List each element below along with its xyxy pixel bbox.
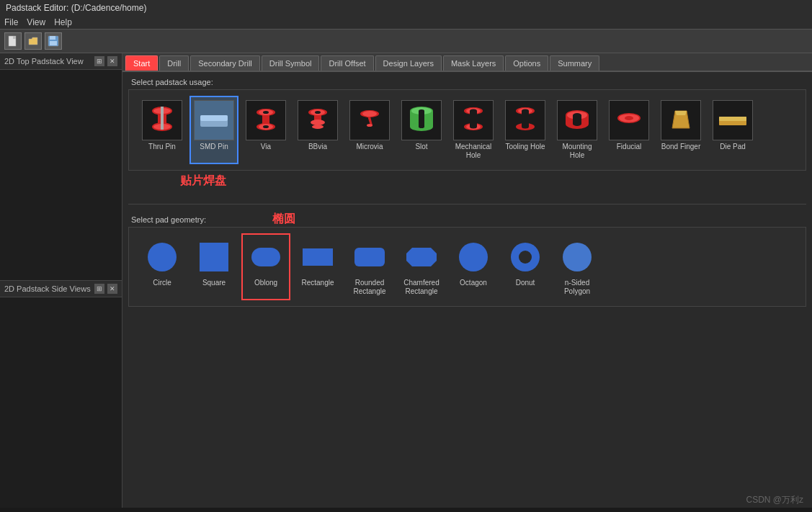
svg-point-19	[263, 125, 269, 128]
svg-point-72	[563, 243, 592, 271]
bbvia-label: BBvia	[308, 143, 327, 151]
tab-drill-offset[interactable]: Drill Offset	[321, 55, 373, 71]
geometry-rectangle[interactable]: Rectangle	[293, 233, 342, 300]
fiducial-label: Fiducial	[617, 143, 641, 151]
svg-rect-65	[251, 248, 280, 266]
svg-marker-68	[406, 248, 437, 266]
main-layout: 2D Top Padstack View ⊞ ✕ 2D Padstack Sid…	[0, 53, 812, 508]
padstack-via[interactable]: Via	[241, 96, 290, 164]
menu-file[interactable]: File	[4, 17, 18, 27]
padstack-die-pad[interactable]: Die Pad	[708, 96, 757, 164]
tab-start[interactable]: Start	[125, 55, 158, 71]
padstack-bond-finger[interactable]: Bond Finger	[656, 96, 705, 164]
tab-options[interactable]: Options	[505, 55, 548, 71]
square-label: Square	[202, 279, 226, 287]
padstack-annotation-container: 贴片焊盘	[180, 171, 812, 199]
tab-design-layers[interactable]: Design Layers	[375, 55, 442, 71]
chamfered-rectangle-label: Chamfered Rectangle	[401, 279, 442, 296]
geometry-grid: Circle Square	[128, 227, 806, 307]
geometry-section: Select pad geometry: 椭圆 Circle	[122, 209, 812, 307]
geometry-rounded-rectangle[interactable]: Rounded Rectangle	[345, 233, 394, 300]
svg-point-25	[315, 111, 321, 114]
smd-pin-label: SMD Pin	[200, 143, 228, 151]
tab-summary[interactable]: Summary	[550, 55, 599, 71]
svg-rect-62	[719, 117, 746, 121]
svg-rect-10	[161, 107, 164, 130]
new-button[interactable]	[4, 32, 22, 50]
padstack-microvia[interactable]: Microvia	[345, 96, 394, 164]
padstack-mechanical-hole[interactable]: Mechanical Hole	[449, 96, 498, 164]
geometry-octagon[interactable]: Octagon	[449, 233, 498, 300]
watermark: CSDN @万利z	[746, 494, 803, 506]
svg-rect-4	[50, 41, 57, 45]
top-view-header: 2D Top Padstack View ⊞ ✕	[0, 53, 122, 70]
side-view-expand-icon[interactable]: ⊞	[94, 284, 104, 294]
right-content: Start Drill Secondary Drill Drill Symbol…	[122, 53, 812, 508]
padstack-fiducial[interactable]: Fiducial	[604, 96, 653, 164]
left-panel-bottom: 2D Padstack Side Views ⊞ ✕	[0, 281, 122, 508]
svg-point-27	[367, 124, 372, 127]
bond-finger-label: Bond Finger	[661, 143, 700, 151]
geometry-n-sided-polygon[interactable]: n-Sided Polygon	[553, 233, 602, 300]
side-view-header: 2D Padstack Side Views ⊞ ✕	[0, 281, 122, 297]
open-button[interactable]	[24, 32, 42, 50]
svg-point-28	[362, 111, 377, 117]
svg-rect-49	[522, 111, 529, 127]
svg-point-71	[519, 251, 532, 264]
svg-point-22	[311, 120, 325, 125]
save-button[interactable]	[45, 32, 62, 50]
die-pad-label: Die Pad	[720, 143, 746, 151]
mechanical-hole-label: Mechanical Hole	[453, 143, 494, 160]
tabs-bar: Start Drill Secondary Drill Drill Symbol…	[122, 53, 812, 72]
svg-rect-34	[419, 111, 424, 127]
n-sided-polygon-label: n-Sided Polygon	[557, 279, 597, 296]
padstack-mounting-hole[interactable]: Mounting Hole	[553, 96, 602, 164]
geometry-oblong[interactable]: Oblong	[241, 233, 290, 300]
content-area: Select padstack usage:	[122, 72, 812, 508]
svg-point-18	[263, 111, 269, 114]
menu-view[interactable]: View	[27, 17, 45, 27]
svg-point-57	[573, 122, 581, 126]
geometry-label: Select pad geometry:	[122, 210, 215, 227]
svg-point-24	[312, 125, 324, 129]
side-view-label: 2D Padstack Side Views	[4, 284, 91, 293]
top-view-close-icon[interactable]: ✕	[107, 56, 117, 66]
side-view-icons: ⊞ ✕	[94, 284, 117, 294]
padstack-smd-pin[interactable]: SMD Pin	[189, 96, 238, 164]
slot-label: Slot	[415, 143, 427, 151]
tab-drill-symbol[interactable]: Drill Symbol	[262, 55, 320, 71]
svg-rect-67	[354, 248, 385, 266]
padstack-slot[interactable]: Slot	[397, 96, 446, 164]
padstack-grid: Thru Pin SMD Pin	[128, 89, 806, 171]
microvia-label: Microvia	[356, 143, 383, 151]
side-view-close-icon[interactable]: ✕	[107, 284, 117, 294]
svg-point-35	[419, 125, 424, 128]
menu-help[interactable]: Help	[54, 17, 72, 27]
oblong-label: Oblong	[254, 279, 277, 287]
svg-point-43	[470, 125, 477, 129]
via-label: Via	[261, 143, 271, 151]
svg-rect-1	[13, 36, 16, 39]
svg-rect-12	[200, 115, 228, 121]
svg-point-50	[522, 125, 529, 129]
octagon-label: Octagon	[460, 279, 487, 287]
padstack-tooling-hole[interactable]: Tooling Hole	[501, 96, 550, 164]
geometry-chamfered-rectangle[interactable]: Chamfered Rectangle	[397, 233, 446, 300]
geometry-donut[interactable]: Donut	[501, 233, 550, 300]
padstack-thru-pin[interactable]: Thru Pin	[138, 96, 187, 164]
mounting-hole-label: Mounting Hole	[557, 143, 597, 160]
svg-rect-66	[303, 248, 333, 266]
top-view-expand-icon[interactable]: ⊞	[94, 56, 104, 66]
padstack-bbvia[interactable]: BBvia	[293, 96, 342, 164]
rounded-rectangle-label: Rounded Rectangle	[349, 279, 390, 296]
section-divider	[128, 204, 806, 205]
geometry-circle[interactable]: Circle	[138, 233, 187, 300]
titlebar-text: Padstack Editor: (D:/Cadence/home)	[6, 3, 146, 13]
padstack-annotation-zh: 贴片焊盘	[180, 174, 226, 189]
geometry-square[interactable]: Square	[189, 233, 238, 300]
tab-drill[interactable]: Drill	[159, 55, 189, 71]
tab-secondary-drill[interactable]: Secondary Drill	[190, 55, 260, 71]
svg-rect-42	[470, 111, 477, 127]
tab-mask-layers[interactable]: Mask Layers	[443, 55, 504, 71]
menubar: File View Help	[0, 16, 812, 30]
